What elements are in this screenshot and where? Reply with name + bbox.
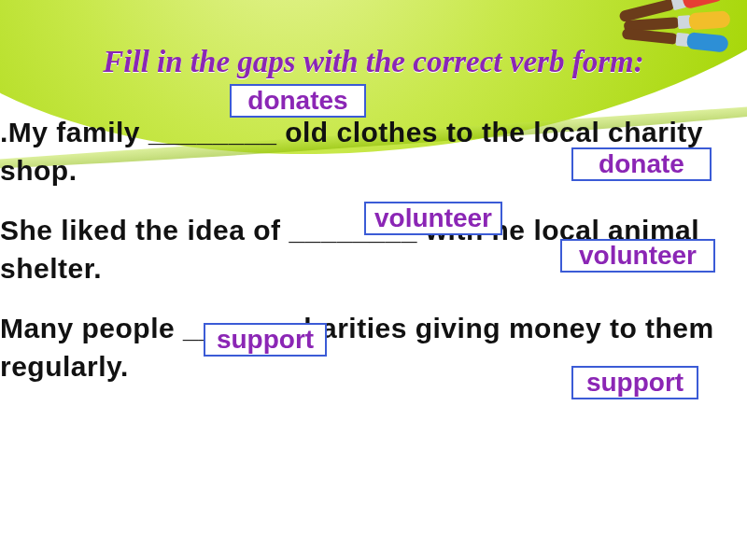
page-title: Fill in the gaps with the correct verb f… [0,45,747,79]
answer-volunteer-filled: volunteer [364,202,502,235]
answer-hint-donate: donate [571,147,712,181]
slide: Fill in the gaps with the correct verb f… [0,0,747,560]
answer-hint-volunteer: volunteer [560,239,715,273]
answer-donates: donates [230,84,366,118]
answer-hint-support: support [571,366,698,399]
answer-support-filled: support [204,323,327,357]
